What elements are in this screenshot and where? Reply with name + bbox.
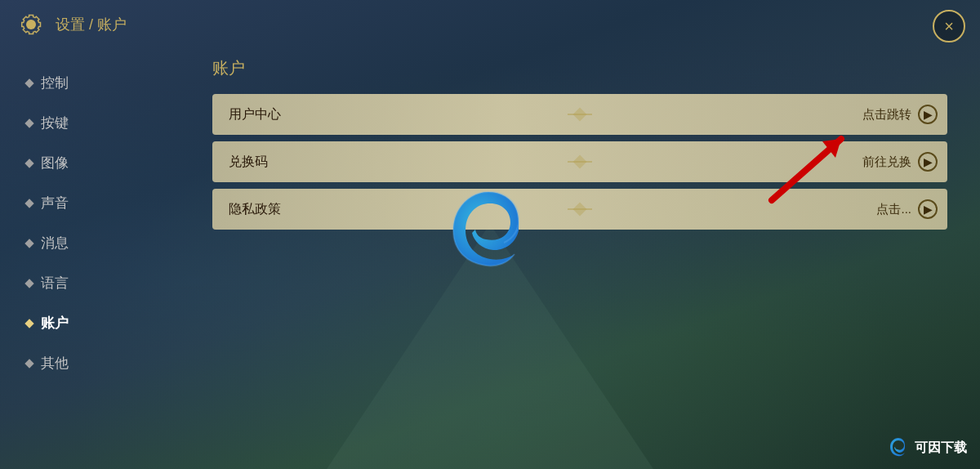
breadcrumb: 设置 / 账户	[56, 15, 127, 34]
sidebar-diamond	[24, 199, 33, 208]
header: 设置 / 账户	[0, 0, 980, 49]
sidebar-diamond	[24, 159, 33, 168]
red-arrow	[755, 127, 862, 208]
redeem-action: 前往兑换 ▶	[862, 152, 947, 172]
sidebar-diamond	[24, 319, 33, 328]
sidebar-item-语言[interactable]: 语言	[16, 266, 163, 301]
close-button[interactable]: ×	[933, 10, 965, 42]
sidebar: 控制按键图像声音消息语言账户其他	[0, 57, 180, 389]
sidebar-label: 图像	[41, 154, 69, 172]
gear-icon	[16, 10, 46, 39]
sidebar-label: 控制	[41, 74, 69, 92]
sidebar-label: 账户	[41, 314, 69, 333]
sidebar-item-其他[interactable]: 其他	[16, 346, 163, 381]
sidebar-diamond	[24, 78, 33, 87]
bottom-logo: 可因下载	[887, 436, 967, 459]
sidebar-diamond	[24, 279, 33, 288]
sidebar-diamond	[24, 118, 33, 127]
close-icon: ×	[944, 17, 954, 36]
sidebar-label: 消息	[41, 234, 69, 252]
bottom-logo-icon	[887, 436, 910, 459]
user-center-arrow[interactable]: ▶	[918, 105, 938, 124]
sidebar-diamond	[24, 359, 33, 368]
sidebar-item-声音[interactable]: 声音	[16, 185, 163, 221]
redeem-arrow[interactable]: ▶	[918, 152, 938, 172]
privacy-arrow[interactable]: ▶	[918, 199, 938, 219]
privacy-action: 点击... ▶	[876, 199, 947, 219]
sidebar-item-消息[interactable]: 消息	[16, 226, 163, 261]
right-content: 账户 用户中心 点击跳转 ▶ 兑换码 前往兑换 ▶	[180, 57, 980, 389]
user-center-action-text: 点击跳转	[862, 107, 911, 123]
user-center-action: 点击跳转 ▶	[862, 105, 947, 124]
sidebar-label: 其他	[41, 354, 69, 373]
section-title: 账户	[212, 57, 947, 79]
privacy-action-text: 点击...	[876, 202, 911, 217]
sidebar-diamond	[24, 239, 33, 248]
sidebar-label: 语言	[41, 274, 69, 293]
redeem-action-text: 前往兑换	[862, 154, 911, 170]
edge-logo	[441, 185, 539, 284]
user-center-label: 用户中心	[212, 106, 862, 123]
sidebar-label: 声音	[41, 194, 69, 212]
sidebar-item-图像[interactable]: 图像	[16, 145, 163, 181]
sidebar-label: 按键	[41, 114, 69, 132]
bottom-logo-text: 可因下载	[915, 440, 967, 457]
sidebar-item-控制[interactable]: 控制	[16, 65, 163, 100]
sidebar-item-按键[interactable]: 按键	[16, 105, 163, 141]
sidebar-item-账户[interactable]: 账户	[16, 306, 163, 341]
